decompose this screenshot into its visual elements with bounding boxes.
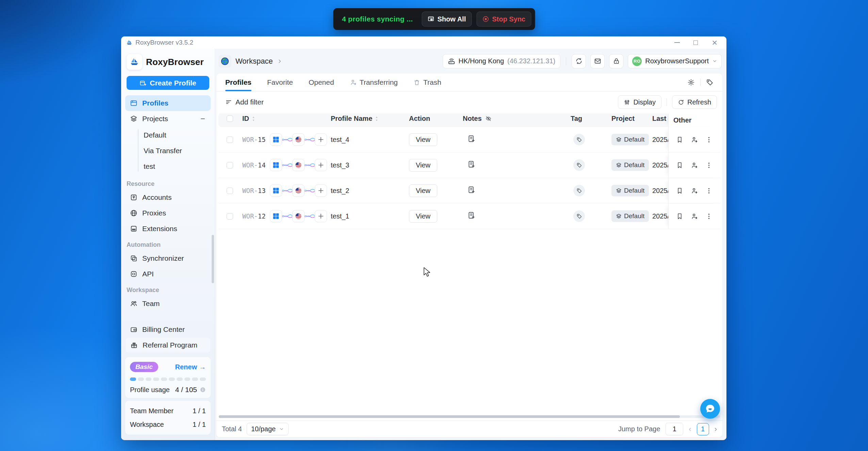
bookmark-icon[interactable]: [676, 187, 683, 194]
inbox-button[interactable]: [590, 54, 605, 68]
page-size-select[interactable]: 10/page: [247, 423, 289, 435]
table-row[interactable]: WOR-14 test_3 View: [218, 152, 720, 178]
stop-icon: [482, 16, 489, 22]
add-config-button[interactable]: [315, 133, 327, 146]
windows-os-icon[interactable]: [270, 210, 282, 222]
project-chip[interactable]: Default: [611, 159, 649, 171]
transfer-person-icon[interactable]: [691, 187, 698, 194]
tag-button[interactable]: [573, 210, 585, 222]
row-checkbox[interactable]: [227, 136, 233, 143]
collapse-icon[interactable]: [200, 116, 206, 122]
project-item-via-transfer[interactable]: Via Transfer: [121, 143, 215, 159]
table-row[interactable]: WOR-15 test_4 View: [218, 127, 720, 152]
add-note-icon[interactable]: [468, 211, 475, 219]
horizontal-scrollbar[interactable]: [219, 415, 720, 418]
row-checkbox[interactable]: [227, 162, 233, 168]
account-menu[interactable]: RO RoxybrowserSupport: [628, 54, 722, 68]
sort-icon[interactable]: [251, 116, 256, 122]
code-icon: [130, 270, 137, 278]
sidebar-item-projects[interactable]: Projects: [125, 111, 211, 127]
eye-off-icon[interactable]: [485, 115, 492, 122]
project-item-test[interactable]: test: [121, 159, 215, 174]
sidebar-scrollbar[interactable]: [212, 235, 214, 283]
maximize-button[interactable]: [693, 41, 698, 45]
network-status[interactable]: HK/Hong Kong (46.232.121.31): [443, 54, 561, 68]
more-menu-icon[interactable]: [705, 213, 713, 220]
tag-manager-icon[interactable]: [706, 79, 714, 86]
bookmark-icon[interactable]: [676, 162, 683, 169]
sidebar-item-extensions[interactable]: Extensions: [125, 221, 211, 237]
tab-transferring[interactable]: Transferring: [350, 74, 398, 91]
sync-button[interactable]: [572, 54, 586, 68]
refresh-button[interactable]: Refresh: [672, 95, 717, 109]
sidebar-item-api[interactable]: API: [125, 266, 211, 282]
sidebar-item-team[interactable]: Team: [125, 296, 211, 311]
sort-icon[interactable]: [374, 116, 379, 122]
scrollbar-thumb[interactable]: [219, 415, 680, 418]
breadcrumb[interactable]: Workspace: [218, 55, 282, 68]
view-button[interactable]: View: [409, 210, 437, 223]
minimize-button[interactable]: [674, 42, 680, 43]
view-button[interactable]: View: [409, 159, 437, 172]
us-flag-icon[interactable]: [292, 184, 305, 197]
row-checkbox[interactable]: [227, 213, 233, 220]
create-profile-button[interactable]: Create Profile: [127, 76, 209, 90]
prev-page-button[interactable]: ‹: [689, 425, 691, 434]
sidebar-item-referral-program[interactable]: Referral Program: [125, 337, 211, 353]
tag-button[interactable]: [573, 185, 585, 196]
more-menu-icon[interactable]: [705, 187, 713, 194]
windows-os-icon[interactable]: [270, 184, 282, 197]
sidebar-item-accounts[interactable]: Accounts: [125, 190, 211, 205]
us-flag-icon[interactable]: [292, 133, 305, 146]
renew-link[interactable]: Renew →: [175, 363, 206, 371]
project-chip[interactable]: Default: [611, 134, 649, 145]
table-row[interactable]: WOR-12 test_1 View: [218, 204, 720, 229]
add-note-icon[interactable]: [468, 186, 475, 194]
stop-sync-button[interactable]: Stop Sync: [476, 12, 531, 27]
transfer-person-icon[interactable]: [691, 162, 698, 169]
windows-os-icon[interactable]: [270, 159, 282, 171]
row-checkbox[interactable]: [227, 188, 233, 194]
tab-trash[interactable]: Trash: [413, 74, 441, 91]
page-1-button[interactable]: 1: [697, 423, 709, 435]
add-note-icon[interactable]: [468, 160, 475, 168]
project-chip[interactable]: Default: [611, 210, 649, 222]
transfer-person-icon[interactable]: [691, 213, 698, 220]
table-row[interactable]: WOR-13 test_2 View: [218, 178, 720, 204]
view-button[interactable]: View: [409, 184, 437, 197]
select-all-checkbox[interactable]: [227, 115, 233, 122]
add-note-icon[interactable]: [468, 135, 475, 143]
tab-favorite[interactable]: Favorite: [267, 74, 293, 91]
tag-button[interactable]: [573, 159, 585, 171]
add-config-button[interactable]: [315, 184, 327, 197]
more-menu-icon[interactable]: [705, 136, 713, 143]
add-config-button[interactable]: [315, 210, 327, 222]
support-chat-button[interactable]: [700, 399, 720, 419]
sidebar-item-synchronizer[interactable]: Synchronizer: [125, 251, 211, 266]
project-item-default[interactable]: Default: [121, 127, 215, 143]
add-filter-button[interactable]: Add filter: [225, 98, 264, 106]
lock-button[interactable]: [609, 54, 623, 68]
add-config-button[interactable]: [315, 159, 327, 171]
jump-to-page-input[interactable]: [666, 423, 683, 435]
tab-profiles[interactable]: Profiles: [225, 74, 251, 91]
settings-gear-icon[interactable]: [687, 79, 695, 86]
tab-opened[interactable]: Opened: [309, 74, 334, 91]
sidebar-item-proxies[interactable]: Proxies: [125, 205, 211, 221]
sidebar-item-profiles[interactable]: Profiles: [125, 95, 211, 111]
next-page-button[interactable]: ›: [715, 425, 717, 434]
us-flag-icon[interactable]: [292, 159, 305, 171]
bookmark-icon[interactable]: [676, 136, 683, 143]
tag-button[interactable]: [573, 134, 585, 145]
show-all-button[interactable]: Show All: [422, 12, 472, 27]
us-flag-icon[interactable]: [292, 210, 305, 222]
view-button[interactable]: View: [409, 133, 437, 146]
more-menu-icon[interactable]: [705, 162, 713, 169]
display-button[interactable]: Display: [618, 95, 661, 109]
windows-os-icon[interactable]: [270, 133, 282, 146]
bookmark-icon[interactable]: [676, 213, 683, 220]
close-button[interactable]: ✕: [711, 39, 718, 46]
sidebar-item-billing-center[interactable]: Billing Center: [125, 322, 211, 337]
project-chip[interactable]: Default: [611, 185, 649, 196]
transfer-person-icon[interactable]: [691, 136, 698, 143]
